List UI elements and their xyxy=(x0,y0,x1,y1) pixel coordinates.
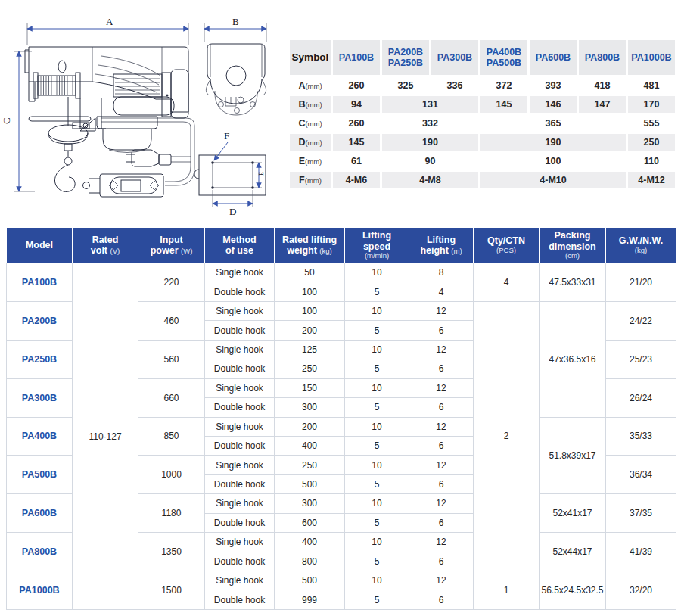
height-cell: 12 xyxy=(409,456,474,474)
spec-header-cell: Qty/CTN(PCS) xyxy=(474,228,540,263)
dim-row: D(mm)145190190250 xyxy=(290,134,675,151)
method-cell: Single hook xyxy=(205,533,275,552)
dim-label-e: E xyxy=(258,172,265,176)
speed-cell: 5 xyxy=(345,590,409,610)
dim-value-cell: 481 xyxy=(628,77,675,94)
speed-cell: 5 xyxy=(345,321,409,340)
weight-cell: 600 xyxy=(275,513,345,532)
input-power-cell: 220 xyxy=(138,263,205,302)
dim-value-cell: 260 xyxy=(333,115,380,132)
dim-value-cell: 100 xyxy=(480,153,626,170)
weight-cell: 200 xyxy=(275,417,345,436)
method-cell: Single hook xyxy=(205,378,275,397)
height-cell: 12 xyxy=(409,301,474,320)
method-cell: Double hook xyxy=(205,282,275,301)
dim-value-cell: 145 xyxy=(480,96,527,113)
weight-cell: 125 xyxy=(275,340,345,359)
dim-value-cell: 4-M10 xyxy=(480,172,626,188)
height-cell: 6 xyxy=(409,590,474,610)
weight-cell: 100 xyxy=(275,301,345,320)
method-cell: Double hook xyxy=(205,398,275,417)
dim-row: F(mm)4-M64-M84-M104-M12 xyxy=(290,172,675,188)
height-cell: 12 xyxy=(409,378,474,397)
height-cell: 4 xyxy=(409,282,474,301)
height-cell: 6 xyxy=(409,359,474,378)
dim-header-row: SymbolPA100BPA200BPA250BPA300BPA400BPA50… xyxy=(290,40,675,75)
input-power-cell: 1000 xyxy=(138,456,205,494)
dim-value-cell: 190 xyxy=(480,134,626,151)
rated-volt-cell: 110-127 xyxy=(73,263,138,610)
technical-drawings: A C xyxy=(0,6,286,222)
dim-value-cell: 61 xyxy=(333,153,380,170)
weight-cell: 400 xyxy=(275,436,345,455)
dim-row: C(mm)260332365555 xyxy=(290,115,675,132)
packing-cell: 56.5x24.5x32.5 xyxy=(540,571,606,610)
weight-cell: 300 xyxy=(275,398,345,417)
method-cell: Single hook xyxy=(205,301,275,320)
dim-symbol-cell: C(mm) xyxy=(290,115,331,132)
input-power-cell: 1180 xyxy=(138,494,205,533)
dim-header-model: PA800B xyxy=(579,40,626,75)
gw-nw-cell: 37/35 xyxy=(606,494,676,533)
spec-row: PA100B110-127220Single hook50108447.5x33… xyxy=(7,263,676,282)
packing-cell: 47.5x33x31 xyxy=(540,263,606,302)
weight-cell: 50 xyxy=(275,263,345,282)
speed-cell: 5 xyxy=(345,474,409,493)
gw-nw-cell: 36/34 xyxy=(606,456,676,494)
dim-header-model: PA400BPA500B xyxy=(480,40,527,75)
dim-value-cell: 170 xyxy=(628,96,675,113)
spec-header-cell: Liftingspeed(m/min) xyxy=(345,228,409,263)
spec-header-row: ModelRatedvolt (V)Inputpower (W)Methodof… xyxy=(7,228,676,263)
dim-label-c: C xyxy=(1,117,12,124)
dim-symbol-cell: F(mm) xyxy=(290,172,331,188)
dim-value-cell: 4-M8 xyxy=(382,172,478,188)
model-cell: PA100B xyxy=(7,263,73,302)
method-cell: Double hook xyxy=(205,513,275,532)
gw-nw-cell: 26/24 xyxy=(606,378,676,417)
input-power-cell: 1500 xyxy=(138,571,205,610)
input-power-cell: 1350 xyxy=(138,533,205,571)
dim-value-cell: 332 xyxy=(382,115,478,132)
speed-cell: 5 xyxy=(345,436,409,455)
weight-cell: 500 xyxy=(275,474,345,493)
speed-cell: 10 xyxy=(345,340,409,359)
speed-cell: 10 xyxy=(345,533,409,552)
dim-header-model: PA200BPA250B xyxy=(382,40,429,75)
gw-nw-cell: 32/20 xyxy=(606,571,676,610)
method-cell: Single hook xyxy=(205,263,275,282)
qty-cell: 4 xyxy=(474,263,540,302)
dim-symbol-cell: E(mm) xyxy=(290,153,331,170)
method-cell: Single hook xyxy=(205,417,275,436)
dim-value-cell: 555 xyxy=(628,115,675,132)
weight-cell: 500 xyxy=(275,571,345,590)
packing-cell: 47x36.5x16 xyxy=(540,301,606,417)
hoist-bottom-view: F E D xyxy=(194,130,266,217)
dim-value-cell: 250 xyxy=(628,134,675,151)
dim-row: E(mm)6190100110 xyxy=(290,153,675,170)
speed-cell: 10 xyxy=(345,494,409,513)
dim-value-cell: 325 xyxy=(382,77,429,94)
dim-row: B(mm)94131145146147170 xyxy=(290,96,675,113)
speed-cell: 5 xyxy=(345,282,409,301)
method-cell: Double hook xyxy=(205,359,275,378)
speed-cell: 10 xyxy=(345,456,409,474)
height-cell: 12 xyxy=(409,533,474,552)
method-cell: Double hook xyxy=(205,552,275,571)
height-cell: 6 xyxy=(409,321,474,340)
dim-value-cell: 336 xyxy=(431,77,478,94)
height-cell: 12 xyxy=(409,340,474,359)
dim-header-model: PA1000B xyxy=(628,40,675,75)
dim-header-model: PA300B xyxy=(431,40,478,75)
dim-value-cell: 4-M6 xyxy=(333,172,380,188)
spec-header-cell: Methodof use xyxy=(205,228,275,263)
spec-header-cell: Packingdimension(cm) xyxy=(540,228,606,263)
speed-cell: 10 xyxy=(345,378,409,397)
model-cell: PA250B xyxy=(7,340,73,378)
height-cell: 8 xyxy=(409,263,474,282)
method-cell: Double hook xyxy=(205,321,275,340)
gw-nw-cell: 25/23 xyxy=(606,340,676,378)
hoist-side-view: A C xyxy=(1,16,194,197)
height-cell: 6 xyxy=(409,398,474,417)
spec-header-cell: Ratedvolt (V) xyxy=(73,228,138,263)
method-cell: Double hook xyxy=(205,436,275,455)
